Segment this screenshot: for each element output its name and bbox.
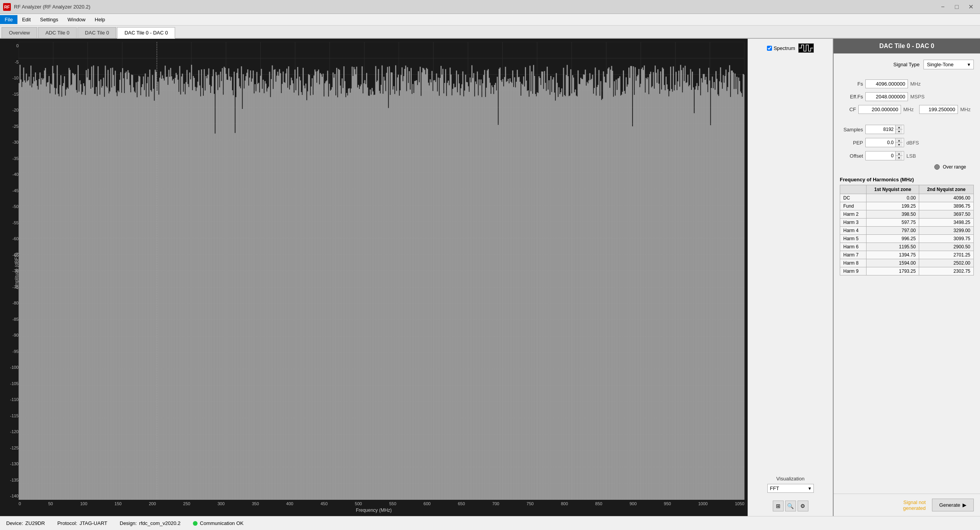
harm-name: Harm 8 xyxy=(840,259,867,267)
efffs-input[interactable] xyxy=(865,92,908,101)
pep-spin-up[interactable]: ▲ xyxy=(896,138,903,143)
minimize-button[interactable]: − xyxy=(937,2,949,12)
offset-input[interactable] xyxy=(866,151,895,160)
dac-panel-header: DAC Tile 0 - DAC 0 xyxy=(834,39,980,53)
x-label-20: 1000 xyxy=(698,501,707,506)
title-bar-controls: − □ ✕ xyxy=(937,2,977,12)
x-label-11: 550 xyxy=(389,501,396,506)
title-bar-text: RF Analyzer (RF Analyzer 2020.2) xyxy=(14,4,90,10)
x-label-12: 600 xyxy=(423,501,430,506)
table-row: DC0.004096.00 xyxy=(840,194,974,202)
y-label-7: -35 xyxy=(12,156,19,161)
tab-dac-tile-0-dac-0[interactable]: DAC Tile 0 - DAC 0 xyxy=(117,27,175,39)
design-value: rfdc_com_v2020.2 xyxy=(139,520,181,526)
signal-type-select[interactable]: Single-Tone ▾ xyxy=(923,60,974,69)
menu-window[interactable]: Window xyxy=(63,15,90,24)
harm-nyq1: 1195.50 xyxy=(867,243,919,251)
signal-status: Signal notgenerated xyxy=(903,499,926,511)
spectrum-label: Spectrum xyxy=(774,45,795,51)
x-axis-label-text: Frequency (MHz) xyxy=(3,508,744,513)
y-label-16: -80 xyxy=(12,301,19,305)
menu-settings[interactable]: Settings xyxy=(35,15,63,24)
menu-help[interactable]: Help xyxy=(90,15,110,24)
harm-nyq2: 2302.75 xyxy=(919,267,974,275)
x-label-3: 150 xyxy=(115,501,122,506)
cf-row: CF MHz MHz xyxy=(840,105,974,114)
efffs-row: Eff.Fs MSPS xyxy=(840,92,974,101)
dac-footer: Signal notgenerated Generate ▶ xyxy=(834,494,980,516)
over-range-label: Over range xyxy=(943,164,966,170)
menu-file[interactable]: File xyxy=(0,15,17,24)
zoom-fit-button[interactable]: ⊞ xyxy=(773,501,784,511)
pep-unit: dBFS xyxy=(906,140,926,146)
protocol-value: JTAG-UART xyxy=(79,520,107,526)
y-label-10: -50 xyxy=(12,204,19,209)
y-label-4: -20 xyxy=(12,108,19,112)
x-label-1: 50 xyxy=(48,501,53,506)
maximize-button[interactable]: □ xyxy=(951,2,963,12)
x-label-10: 500 xyxy=(355,501,362,506)
offset-spinner[interactable]: ▲ ▼ xyxy=(865,151,904,160)
cf-input2[interactable] xyxy=(919,105,958,114)
generate-button[interactable]: Generate ▶ xyxy=(932,499,974,511)
x-label-13: 650 xyxy=(458,501,465,506)
x-label-8: 400 xyxy=(286,501,293,506)
offset-label: Offset xyxy=(840,153,863,159)
settings-button[interactable]: ⚙ xyxy=(798,501,808,511)
y-label-27: -135 xyxy=(10,478,19,482)
tab-overview[interactable]: Overview xyxy=(2,27,37,38)
pep-spin-down[interactable]: ▼ xyxy=(896,143,903,147)
efffs-unit: MSPS xyxy=(910,94,930,100)
y-label-24: -120 xyxy=(10,429,19,434)
harm-name: Harm 9 xyxy=(840,267,867,275)
svg-rect-852 xyxy=(744,75,744,500)
harm-nyq1: 996.25 xyxy=(867,235,919,243)
x-label-17: 850 xyxy=(595,501,602,506)
fs-row: Fs MHz xyxy=(840,79,974,88)
visualization-select[interactable]: FFT ▾ xyxy=(767,484,814,493)
harm-col-nyq2: 2nd Nyquist zone xyxy=(919,185,974,194)
zoom-in-button[interactable]: 🔍 xyxy=(785,501,796,511)
y-label-25: -125 xyxy=(10,446,19,450)
samples-spin-down[interactable]: ▼ xyxy=(896,129,903,134)
cf-label: CF xyxy=(840,107,856,112)
x-label-9: 450 xyxy=(320,501,327,506)
generate-label: Generate xyxy=(939,502,960,508)
fs-input[interactable] xyxy=(865,79,908,88)
fs-unit: MHz xyxy=(910,81,930,87)
chart-tools: ⊞ 🔍 ⚙ xyxy=(773,501,808,511)
efffs-label: Eff.Fs xyxy=(840,94,863,100)
y-label-2: -10 xyxy=(12,76,19,80)
samples-input[interactable] xyxy=(866,125,895,134)
y-label-21: -105 xyxy=(10,381,19,386)
tab-dac-tile-0[interactable]: DAC Tile 0 xyxy=(77,27,116,38)
spectrum-checkbox[interactable] xyxy=(767,46,772,51)
play-icon: ▶ xyxy=(963,502,966,508)
harm-col-name xyxy=(840,185,867,194)
protocol-label: Protocol: xyxy=(57,520,77,526)
cf-input[interactable] xyxy=(858,105,901,114)
x-label-15: 750 xyxy=(526,501,533,506)
x-label-21: 1050 xyxy=(735,501,744,506)
pep-label: PEP xyxy=(840,140,863,146)
harm-nyq2: 3697.50 xyxy=(919,210,974,219)
tab-adc-tile-0[interactable]: ADC Tile 0 xyxy=(38,27,77,38)
cf-unit: MHz xyxy=(903,107,917,112)
offset-spin-down[interactable]: ▼ xyxy=(896,156,903,160)
pep-input[interactable] xyxy=(866,138,895,147)
spectrum-checkbox-label[interactable]: Spectrum xyxy=(767,45,795,51)
tab-bar: Overview ADC Tile 0 DAC Tile 0 DAC Tile … xyxy=(0,26,980,39)
visualization-label: Visualization xyxy=(776,476,805,482)
title-bar-left: RF RF Analyzer (RF Analyzer 2020.2) xyxy=(3,3,90,11)
samples-spinner[interactable]: ▲ ▼ xyxy=(865,125,904,134)
menu-edit[interactable]: Edit xyxy=(17,15,35,24)
status-communication: Communication OK xyxy=(193,520,244,526)
harmonics-title: Frequency of Harmonics (MHz) xyxy=(840,177,974,182)
pep-spinner[interactable]: ▲ ▼ xyxy=(865,138,904,147)
y-label-22: -110 xyxy=(10,397,19,402)
samples-spin-up[interactable]: ▲ xyxy=(896,125,903,129)
table-row: Harm 61195.502900.50 xyxy=(840,243,974,251)
close-button[interactable]: ✕ xyxy=(965,2,977,12)
samples-label: Samples xyxy=(840,127,863,132)
offset-spin-up[interactable]: ▲ xyxy=(896,151,903,156)
